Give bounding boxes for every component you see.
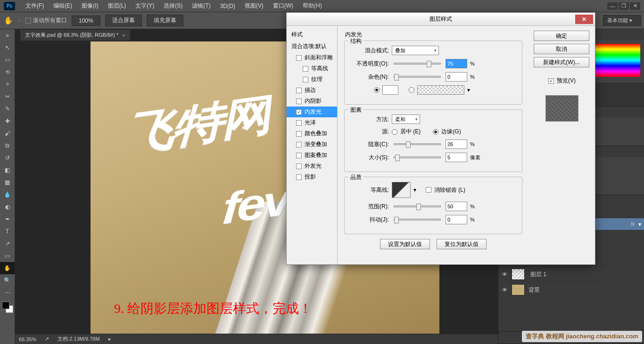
minimize-button[interactable]: — [607,2,618,10]
range-slider[interactable] [394,205,441,207]
menu-file[interactable]: 文件(F) [21,0,49,12]
make-default-button[interactable]: 设置为默认值 [380,239,430,249]
style-contour[interactable]: 等高线 [287,63,337,74]
brush-tool[interactable]: 🖌 [0,127,15,139]
eyedropper-tool[interactable]: ✎ [0,103,15,115]
ok-button[interactable]: 确定 [534,31,589,41]
glow-color-radio[interactable] [374,87,380,93]
wand-tool[interactable]: ✧ [0,78,15,90]
color-swatch[interactable] [0,301,15,319]
close-button[interactable]: ✕ [630,2,640,10]
new-style-button[interactable]: 新建样式(W)... [534,57,589,67]
source-edge-radio[interactable] [433,129,438,135]
menu-image[interactable]: 图像(I) [77,0,103,12]
style-pattern-overlay[interactable]: 图案叠加 [287,150,337,161]
expand-icon[interactable]: » [0,29,15,41]
technique-dropdown[interactable]: 柔和 [392,115,420,124]
shape-tool[interactable]: ▭ [0,250,15,262]
jitter-slider[interactable] [394,219,441,221]
style-inner-shadow[interactable]: 内阴影 [287,96,337,106]
noise-input[interactable] [446,72,467,82]
style-inner-glow[interactable]: ✓内发光 [287,106,337,117]
blur-tool[interactable]: 💧 [0,188,15,201]
lasso-tool[interactable]: ⟲ [0,66,15,78]
tab-close-icon[interactable]: × [122,33,125,38]
crop-tool[interactable]: ✂ [0,90,15,103]
move-tool[interactable]: ↖ [0,41,15,54]
hand-tool[interactable]: ✋ [0,262,15,274]
layer-row[interactable]: 👁 图层 1 [498,267,644,282]
stamp-tool[interactable]: ⧉ [0,139,15,152]
more-tools[interactable]: ⋯ [0,287,15,299]
marquee-tool[interactable]: ▭ [0,54,15,66]
size-slider[interactable] [394,156,441,158]
size-input[interactable] [446,153,467,162]
blend-mode-dropdown[interactable]: 叠加 [392,46,439,55]
noise-slider[interactable] [394,76,441,78]
heal-tool[interactable]: ✚ [0,115,15,127]
workspace-selector[interactable]: 基本功能 ▾ [603,15,641,26]
preview-checkbox[interactable]: ✓ [548,78,554,84]
reset-default-button[interactable]: 复位为默认值 [437,239,487,249]
path-tool[interactable]: ↗ [0,238,15,250]
style-gradient-overlay[interactable]: 渐变叠加 [287,139,337,150]
pen-tool[interactable]: ✒ [0,213,15,225]
dodge-tool[interactable]: ◐ [0,201,15,213]
styles-heading[interactable]: 样式 [287,29,337,41]
menubar: Ps 文件(F) 编辑(E) 图像(I) 图层(L) 文字(Y) 选择(S) 滤… [0,0,644,12]
maximize-button[interactable]: ❐ [619,2,629,10]
zoom-tool[interactable]: 🔍 [0,274,15,287]
dialog-close-button[interactable]: ✕ [575,15,593,24]
gradient-tool[interactable]: ▦ [0,176,15,188]
style-stroke[interactable]: 描边 [287,85,337,96]
style-outer-glow[interactable]: 外发光 [287,161,337,172]
menu-view[interactable]: 视图(V) [240,0,268,12]
status-zoom[interactable]: 68.35% [19,336,36,342]
opacity-input[interactable] [446,59,467,68]
menu-window[interactable]: 窗口(W) [268,0,298,12]
canvas-text-line1: 飞特网 [117,88,273,168]
contour-picker[interactable] [392,182,411,198]
opacity-slider[interactable] [394,63,441,65]
menu-help[interactable]: 帮助(H) [298,0,327,12]
style-color-overlay[interactable]: 颜色叠加 [287,128,337,139]
scroll-all-windows[interactable]: 滚动所有窗口 [25,16,67,25]
eraser-tool[interactable]: ◧ [0,164,15,176]
visibility-icon[interactable]: 👁 [501,271,508,278]
glow-gradient-picker[interactable] [417,85,464,95]
fill-screen-button[interactable]: 填充屏幕 [147,15,183,26]
choke-input[interactable] [446,139,467,149]
source-center-radio[interactable] [392,129,397,135]
glow-color-swatch[interactable] [382,85,398,95]
document-tab[interactable]: 文字效果.psd @ 68.3% (阴影, RGB/8#) *× [20,29,131,41]
visibility-icon[interactable]: 👁 [501,287,508,293]
layer-row[interactable]: 👁 背景 [498,282,644,298]
fit-screen-button[interactable]: 适合屏幕 [105,15,142,26]
style-bevel[interactable]: 斜面和浮雕 [287,52,337,63]
menu-select[interactable]: 选择(S) [159,0,187,12]
style-settings: 内发光 结构 混合模式: 叠加 不透明度(O): % 杂色(N): % [338,26,529,264]
jitter-input[interactable] [446,215,467,224]
range-input[interactable] [446,202,467,211]
canvas-annotation: 9. 给阴影层添加图层样式，完成！ [114,300,312,318]
antialias-checkbox[interactable] [426,187,431,193]
menu-filter[interactable]: 滤镜(T) [187,0,215,12]
style-satin[interactable]: 光泽 [287,117,337,128]
menu-edit[interactable]: 编辑(E) [49,0,77,12]
choke-slider[interactable] [394,143,441,145]
menu-type[interactable]: 文字(Y) [131,0,159,12]
fx-badge[interactable]: fx [631,221,635,227]
zoom-100-button[interactable]: 100% [72,16,100,26]
blending-options[interactable]: 混合选项:默认 [287,41,337,52]
status-arrow-icon[interactable]: ↗ [45,336,49,342]
menu-layer[interactable]: 图层(L) [103,0,131,12]
style-texture[interactable]: 纹理 [287,74,337,85]
cancel-button[interactable]: 取消 [534,44,589,54]
dialog-titlebar[interactable]: 图层样式 ✕ [287,13,595,26]
ps-logo: Ps [4,2,15,10]
glow-gradient-radio[interactable] [409,87,414,93]
style-drop-shadow[interactable]: 投影 [287,172,337,182]
history-brush-tool[interactable]: ↺ [0,152,15,164]
menu-3d[interactable]: 3D(D) [215,1,240,11]
type-tool[interactable]: T [0,225,15,238]
